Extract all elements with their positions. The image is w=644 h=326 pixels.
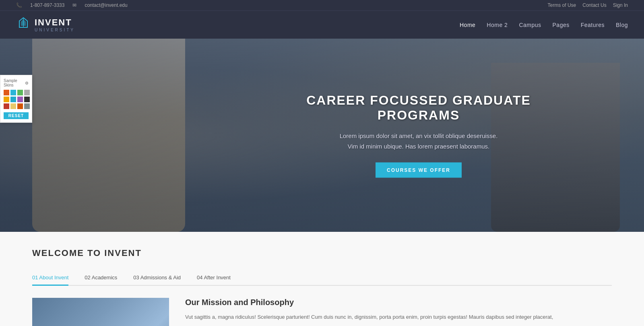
- nav-campus[interactable]: Campus: [519, 22, 541, 28]
- tab-about-invent[interactable]: 01 About Invent: [32, 270, 68, 286]
- terms-link[interactable]: Terms of Use: [548, 2, 576, 8]
- phone-number: 1-807-897-3333: [30, 2, 64, 8]
- nav-features[interactable]: Features: [581, 22, 605, 28]
- skin-color-red[interactable]: [4, 103, 9, 109]
- tab-academics[interactable]: 02 Academics: [85, 270, 117, 285]
- skin-color-yellow[interactable]: [4, 97, 9, 102]
- nav-home2[interactable]: Home 2: [487, 22, 508, 28]
- content-image: [32, 298, 169, 326]
- skin-color-green[interactable]: [17, 90, 23, 95]
- skin-color-brown[interactable]: [17, 103, 23, 109]
- top-bar-left: 📞 1-807-897-3333 ✉ contact@invent.edu: [16, 2, 128, 8]
- skin-color-dark[interactable]: [24, 97, 30, 102]
- nav-blog[interactable]: Blog: [616, 22, 628, 28]
- tab-academics-num: 02: [85, 274, 91, 281]
- tabs-bar: 01 About Invent 02 Academics 03 Admissio…: [32, 270, 612, 286]
- welcome-title: WELCOME TO INVENT: [32, 248, 612, 258]
- phone-icon: 📞: [16, 2, 22, 8]
- signin-link[interactable]: Sign In: [613, 2, 628, 8]
- gear-icon[interactable]: ⚙: [25, 81, 29, 85]
- contact-link[interactable]: Contact Us: [582, 2, 606, 8]
- skin-color-orange[interactable]: [4, 90, 9, 95]
- content-title: Our Mission and Philosophy: [185, 298, 553, 307]
- logo-icon: [16, 17, 31, 33]
- skin-reset-button[interactable]: RESET: [4, 112, 29, 119]
- tab-admissions-num: 03: [133, 274, 140, 281]
- email-link[interactable]: contact@invent.edu: [85, 2, 127, 8]
- tab-after-invent[interactable]: 04 After Invent: [197, 270, 231, 285]
- skin-color-blue[interactable]: [10, 90, 16, 95]
- tab-about-label: About Invent: [39, 274, 68, 281]
- tab-about-num: 01: [32, 274, 39, 281]
- courses-button[interactable]: COURSES WE OFFER: [376, 163, 462, 178]
- tab-admissions[interactable]: 03 Admissions & Aid: [133, 270, 181, 285]
- tab-academics-label: Academics: [92, 274, 118, 281]
- welcome-section: WELCOME TO INVENT 01 About Invent 02 Aca…: [0, 232, 644, 286]
- nav-links: Home Home 2 Campus Pages Features Blog: [460, 22, 628, 28]
- skin-switcher: Sample Skins ⚙ RESET: [0, 75, 32, 123]
- nav-pages[interactable]: Pages: [553, 22, 570, 28]
- hero-title: CAREER FOCUSSED GRADUATE PROGRAMS: [298, 93, 539, 123]
- tab-after-label: After Invent: [204, 274, 230, 281]
- logo[interactable]: INVENT UNIVERSITY: [16, 17, 75, 33]
- skin-colors-grid: [4, 90, 29, 109]
- content-section: Our Mission and Philosophy Vut sagittis …: [0, 286, 644, 326]
- logo-sub: UNIVERSITY: [35, 28, 75, 32]
- hero-section: CAREER FOCUSSED GRADUATE PROGRAMS Lorem …: [0, 39, 644, 232]
- top-bar: 📞 1-807-897-3333 ✉ contact@invent.edu Te…: [0, 0, 644, 10]
- navbar: INVENT UNIVERSITY Home Home 2 Campus Pag…: [0, 10, 644, 39]
- logo-text-block: INVENT UNIVERSITY: [35, 17, 75, 32]
- skin-color-gold[interactable]: [10, 103, 16, 109]
- hero-subtitle: Lorem ipsum dolor sit amet, an vix tolli…: [298, 131, 539, 151]
- tab-after-num: 04: [197, 274, 204, 281]
- skin-color-cyan[interactable]: [10, 97, 16, 102]
- email-icon: ✉: [72, 2, 76, 8]
- hero-content: CAREER FOCUSSED GRADUATE PROGRAMS Lorem …: [298, 93, 539, 178]
- skin-switcher-label: Sample Skins: [4, 78, 25, 87]
- skin-color-gray[interactable]: [24, 90, 30, 95]
- top-bar-right: Terms of Use Contact Us Sign In: [548, 2, 628, 8]
- content-body: Vut sagittis a, magna ridiculus! Sceleri…: [185, 313, 553, 322]
- content-text: Our Mission and Philosophy Vut sagittis …: [185, 298, 553, 326]
- tab-admissions-label: Admissions & Aid: [140, 274, 181, 281]
- logo-name: INVENT: [35, 17, 72, 27]
- skin-color-steel[interactable]: [24, 103, 30, 109]
- skin-switcher-header: Sample Skins ⚙: [4, 78, 29, 87]
- skin-color-purple[interactable]: [17, 97, 23, 102]
- nav-home[interactable]: Home: [460, 22, 475, 28]
